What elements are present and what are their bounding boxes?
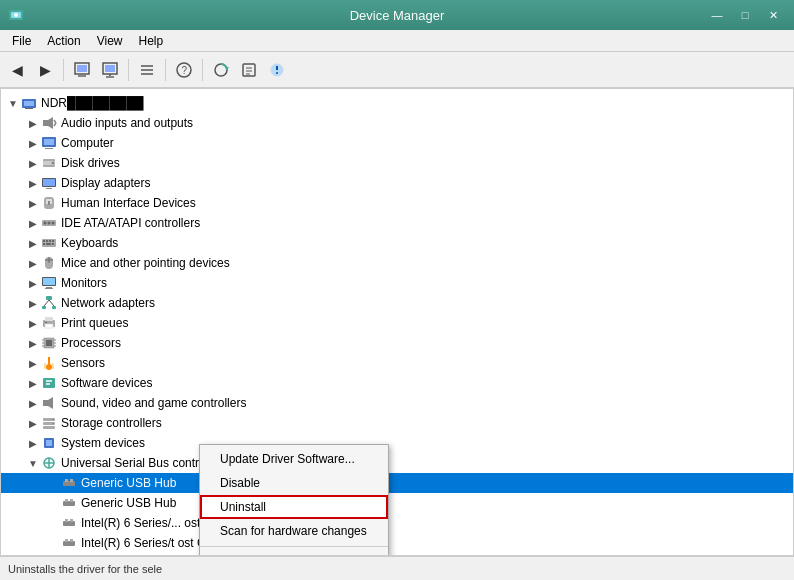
software-toggle[interactable]: ▶ xyxy=(25,375,41,391)
close-button[interactable]: ✕ xyxy=(760,5,786,25)
usb-intel2-label: Intel(R) 6 Series/t ost Controller - 1C2… xyxy=(81,536,793,550)
usb-generic1-icon xyxy=(61,475,77,491)
svg-point-91 xyxy=(52,419,54,421)
toolbar-expand[interactable] xyxy=(134,57,160,83)
print-icon xyxy=(41,315,57,331)
ctx-update[interactable]: Update Driver Software... xyxy=(200,447,388,471)
disk-toggle[interactable]: ▶ xyxy=(25,155,41,171)
ctx-disable[interactable]: Disable xyxy=(200,471,388,495)
display-toggle[interactable]: ▶ xyxy=(25,175,41,191)
tree-audio[interactable]: ▶ Audio inputs and outputs xyxy=(1,113,793,133)
tree-hid[interactable]: ▶ Human Interface Devices xyxy=(1,193,793,213)
display-label: Display adapters xyxy=(61,176,793,190)
toolbar-help[interactable]: ? xyxy=(171,57,197,83)
toolbar-btn-1[interactable] xyxy=(69,57,95,83)
print-toggle[interactable]: ▶ xyxy=(25,315,41,331)
maximize-button[interactable]: □ xyxy=(732,5,758,25)
minimize-button[interactable]: — xyxy=(704,5,730,25)
menu-action[interactable]: Action xyxy=(39,32,88,50)
storage-toggle[interactable]: ▶ xyxy=(25,415,41,431)
tree-display[interactable]: ▶ Display adapters xyxy=(1,173,793,193)
svg-rect-7 xyxy=(105,65,115,72)
display-icon xyxy=(41,175,57,191)
svg-rect-39 xyxy=(46,188,52,189)
menu-view[interactable]: View xyxy=(89,32,131,50)
toolbar-update[interactable] xyxy=(264,57,290,83)
device-tree[interactable]: ▼ NDR█████████ ▶ Audio inputs and output… xyxy=(1,89,793,555)
ctx-separator xyxy=(200,546,388,547)
tree-disk[interactable]: ▶ Disk drives xyxy=(1,153,793,173)
menu-help[interactable]: Help xyxy=(131,32,172,50)
tree-network[interactable]: ▶ Network adapters xyxy=(1,293,793,313)
tree-usb[interactable]: ▼ Universal Serial Bus controllers xyxy=(1,453,793,473)
svg-rect-106 xyxy=(70,519,73,522)
system-toggle[interactable]: ▶ xyxy=(25,435,41,451)
tree-system[interactable]: ▶ System devices xyxy=(1,433,793,453)
tree-storage[interactable]: ▶ Storage controllers xyxy=(1,413,793,433)
svg-rect-81 xyxy=(44,363,46,369)
toolbar-scan[interactable] xyxy=(208,57,234,83)
context-menu: Update Driver Software... Disable Uninst… xyxy=(199,444,389,556)
network-toggle[interactable]: ▶ xyxy=(25,295,41,311)
usb-generic2-icon xyxy=(61,495,77,511)
tree-mice[interactable]: ▶ Mice and other pointing devices xyxy=(1,253,793,273)
toolbar-forward[interactable]: ▶ xyxy=(32,57,58,83)
monitors-label: Monitors xyxy=(61,276,793,290)
svg-rect-27 xyxy=(43,120,48,126)
tree-usb-intel1[interactable]: Intel(R) 6 Series/... ost Controller - 1… xyxy=(1,513,793,533)
network-icon xyxy=(41,295,57,311)
computer-toggle[interactable]: ▶ xyxy=(25,135,41,151)
tree-usb-generic2[interactable]: Generic USB Hub xyxy=(1,493,793,513)
root-label: NDR█████████ xyxy=(41,96,793,110)
usb-toggle[interactable]: ▼ xyxy=(25,455,41,471)
toolbar-sep-2 xyxy=(128,59,129,81)
sensors-toggle[interactable]: ▶ xyxy=(25,355,41,371)
svg-rect-82 xyxy=(52,363,54,369)
tree-ide[interactable]: ▶ IDE ATA/ATAPI controllers xyxy=(1,213,793,233)
tree-software[interactable]: ▶ Software devices xyxy=(1,373,793,393)
ide-toggle[interactable]: ▶ xyxy=(25,215,41,231)
ctx-scan[interactable]: Scan for hardware changes xyxy=(200,519,388,543)
ctx-uninstall[interactable]: Uninstall xyxy=(200,495,388,519)
svg-rect-49 xyxy=(46,240,48,242)
keyboards-icon xyxy=(41,235,57,251)
hid-toggle[interactable]: ▶ xyxy=(25,195,41,211)
mice-label: Mice and other pointing devices xyxy=(61,256,793,270)
svg-marker-87 xyxy=(48,397,53,409)
usb-generic2-toggle xyxy=(45,495,61,511)
tree-usb-root1[interactable]: USB Root Hub xyxy=(1,553,793,555)
tree-monitors[interactable]: ▶ Monitors xyxy=(1,273,793,293)
svg-point-44 xyxy=(44,222,47,225)
tree-root[interactable]: ▼ NDR█████████ xyxy=(1,93,793,113)
mice-toggle[interactable]: ▶ xyxy=(25,255,41,271)
tree-computer[interactable]: ▶ Computer xyxy=(1,133,793,153)
toolbar-btn-2[interactable] xyxy=(97,57,123,83)
ctx-properties[interactable]: Properties xyxy=(200,550,388,556)
window-title: Device Manager xyxy=(0,8,794,23)
title-bar: Device Manager — □ ✕ xyxy=(0,0,794,30)
tree-keyboards[interactable]: ▶ Keyboards xyxy=(1,233,793,253)
tree-sound[interactable]: ▶ Sound, video and game controllers xyxy=(1,393,793,413)
tree-print[interactable]: ▶ Print queues xyxy=(1,313,793,333)
tree-usb-generic1[interactable]: Generic USB Hub xyxy=(1,473,793,493)
svg-rect-53 xyxy=(46,243,51,245)
hid-icon xyxy=(41,195,57,211)
audio-toggle[interactable]: ▶ xyxy=(25,115,41,131)
sound-toggle[interactable]: ▶ xyxy=(25,395,41,411)
keyboards-toggle[interactable]: ▶ xyxy=(25,235,41,251)
toolbar-sep-4 xyxy=(202,59,203,81)
software-label: Software devices xyxy=(61,376,793,390)
toolbar-back[interactable]: ◀ xyxy=(4,57,30,83)
svg-rect-50 xyxy=(49,240,51,242)
tree-sensors[interactable]: ▶ Sensors xyxy=(1,353,793,373)
toolbar-properties[interactable] xyxy=(236,57,262,83)
menu-file[interactable]: File xyxy=(4,32,39,50)
monitors-toggle[interactable]: ▶ xyxy=(25,275,41,291)
svg-rect-83 xyxy=(43,378,55,388)
tree-processors[interactable]: ▶ Processors xyxy=(1,333,793,353)
usb-generic2-label: Generic USB Hub xyxy=(81,496,793,510)
root-toggle[interactable]: ▼ xyxy=(5,95,21,111)
svg-rect-105 xyxy=(65,519,68,522)
tree-usb-intel2[interactable]: Intel(R) 6 Series/t ost Controller - 1C2… xyxy=(1,533,793,553)
processors-toggle[interactable]: ▶ xyxy=(25,335,41,351)
